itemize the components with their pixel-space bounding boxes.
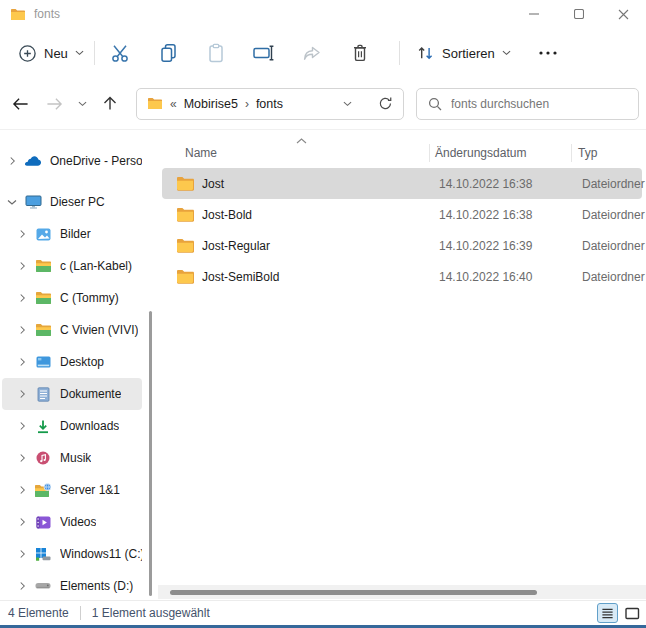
breadcrumb-item-mobirise5[interactable]: Mobirise5 <box>184 97 238 111</box>
file-modified-date: 14.10.2022 16:40 <box>439 270 582 284</box>
sidebar-item-label: Downloads <box>60 419 119 433</box>
new-button[interactable]: Neu <box>10 36 86 70</box>
column-header-type[interactable]: Typ <box>578 146 646 160</box>
icons-view-icon <box>625 607 640 620</box>
maximize-icon <box>574 9 584 19</box>
sidebar-item-label: C (Tommy) <box>60 291 119 305</box>
sidebar-item-dokumente[interactable]: Dokumente <box>2 378 142 410</box>
sidebar-item-c-tommy[interactable]: C (Tommy) <box>2 282 142 314</box>
up-button[interactable] <box>96 89 124 119</box>
icons-view-button[interactable] <box>622 603 643 623</box>
breadcrumb-overflow-indicator[interactable]: « <box>170 97 177 111</box>
file-explorer-window: { "window": { "title": "fonts" }, "toolb… <box>0 0 646 628</box>
back-button[interactable] <box>6 89 34 119</box>
chevron-right-icon[interactable] <box>16 325 28 335</box>
onedrive-cloud-icon <box>24 155 42 167</box>
new-button-label: Neu <box>44 46 68 61</box>
address-dropdown-button[interactable] <box>339 89 355 119</box>
chevron-right-icon[interactable] <box>6 156 18 166</box>
chevron-right-icon[interactable] <box>16 421 28 431</box>
more-options-button[interactable] <box>531 36 565 70</box>
sidebar-item-musik[interactable]: Musik <box>2 442 142 474</box>
maximize-button[interactable] <box>556 0 601 28</box>
sidebar-item-dieser-pc[interactable]: Dieser PC <box>2 186 142 218</box>
file-row-jost-regular[interactable]: Jost-Regular 14.10.2022 16:39 Dateiordne… <box>162 230 642 261</box>
chevron-right-icon[interactable] <box>16 389 28 399</box>
close-button[interactable] <box>601 0 646 28</box>
delete-button[interactable] <box>343 36 377 70</box>
videos-icon <box>34 516 52 529</box>
sidebar-item-c-vivien[interactable]: C Vivien (VIVI) <box>2 314 142 346</box>
refresh-button[interactable] <box>377 89 393 119</box>
horizontal-scrollbar[interactable] <box>158 585 646 599</box>
details-view-button[interactable] <box>597 603 618 623</box>
rename-button[interactable] <box>247 36 281 70</box>
minimize-button[interactable] <box>511 0 556 28</box>
column-header-modified[interactable]: Änderungsdatum <box>435 146 578 160</box>
scissors-icon <box>110 43 130 63</box>
share-button[interactable] <box>295 36 329 70</box>
copy-button[interactable] <box>151 36 185 70</box>
sidebar-item-label: OneDrive - Perso <box>50 154 142 168</box>
sidebar-item-label: Dokumente <box>60 387 121 401</box>
sidebar-item-elements-d[interactable]: Elements (D:) <box>2 570 142 602</box>
chevron-right-icon[interactable] <box>16 581 28 591</box>
file-row-jost-semibold[interactable]: Jost-SemiBold 14.10.2022 16:40 Dateiordn… <box>162 261 642 292</box>
column-separator[interactable] <box>429 144 430 162</box>
sidebar-item-server[interactable]: Server 1&1 <box>2 474 142 506</box>
file-name: Jost-Regular <box>202 239 270 253</box>
chevron-right-icon[interactable] <box>16 549 28 559</box>
sidebar-scrollbar[interactable] <box>149 311 152 596</box>
sidebar-item-label: c (Lan-Kabel) <box>60 259 132 273</box>
file-list-pane: Name Änderungsdatum Typ Jost 14.10.2022 … <box>158 131 646 600</box>
forward-button[interactable] <box>40 89 68 119</box>
sidebar-item-label: C Vivien (VIVI) <box>60 323 138 337</box>
recent-locations-button[interactable] <box>74 89 90 119</box>
sidebar-item-c-lan-kabel[interactable]: c (Lan-Kabel) <box>2 250 142 282</box>
sidebar-item-desktop[interactable]: Desktop <box>2 346 142 378</box>
search-input[interactable] <box>451 97 627 111</box>
breadcrumb[interactable]: « Mobirise5 › fonts <box>136 88 404 120</box>
file-type: Dateiordner <box>582 239 645 253</box>
sidebar-item-onedrive[interactable]: OneDrive - Perso <box>2 145 142 177</box>
command-toolbar: Neu Sortieren <box>0 28 646 78</box>
paste-button[interactable] <box>199 36 233 70</box>
breadcrumb-item-fonts[interactable]: fonts <box>256 97 283 111</box>
chevron-right-icon[interactable] <box>16 293 28 303</box>
chevron-right-icon[interactable] <box>16 485 28 495</box>
sort-button[interactable]: Sortieren <box>408 36 519 70</box>
minimize-icon <box>529 9 539 19</box>
chevron-right-icon[interactable] <box>16 229 28 239</box>
chevron-right-icon[interactable] <box>16 261 28 271</box>
file-type: Dateiordner <box>582 177 645 191</box>
sidebar-item-windows11-c[interactable]: Windows11 (C:) <box>2 538 142 570</box>
desktop-icon <box>34 356 52 368</box>
title-bar: fonts <box>0 0 646 28</box>
folder-icon <box>176 176 194 191</box>
column-header-name[interactable]: Name <box>172 146 435 160</box>
cut-button[interactable] <box>103 36 137 70</box>
chevron-down-icon[interactable] <box>6 199 18 206</box>
pictures-icon <box>34 228 52 241</box>
windows-drive-icon <box>34 547 52 561</box>
search-icon <box>428 97 442 111</box>
file-modified-date: 14.10.2022 16:38 <box>439 177 582 191</box>
chevron-right-icon[interactable] <box>16 357 28 367</box>
window-controls <box>511 0 646 28</box>
sidebar-item-bilder[interactable]: Bilder <box>2 218 142 250</box>
chevron-right-icon[interactable] <box>16 517 28 527</box>
column-separator[interactable] <box>571 144 572 162</box>
item-count: 4 Elemente <box>8 606 69 620</box>
plus-circle-icon <box>18 44 37 63</box>
sidebar-item-label: Dieser PC <box>50 195 105 209</box>
horizontal-scrollbar-thumb[interactable] <box>170 590 537 595</box>
file-row-jost[interactable]: Jost 14.10.2022 16:38 Dateiordner <box>162 168 642 199</box>
file-row-jost-bold[interactable]: Jost-Bold 14.10.2022 16:38 Dateiordner <box>162 199 642 230</box>
sidebar-item-downloads[interactable]: Downloads <box>2 410 142 442</box>
sort-button-label: Sortieren <box>442 46 495 61</box>
chevron-right-icon[interactable] <box>16 453 28 463</box>
sidebar-item-videos[interactable]: Videos <box>2 506 142 538</box>
copy-icon <box>159 43 178 63</box>
toolbar-separator <box>94 41 95 65</box>
refresh-icon <box>378 96 393 111</box>
